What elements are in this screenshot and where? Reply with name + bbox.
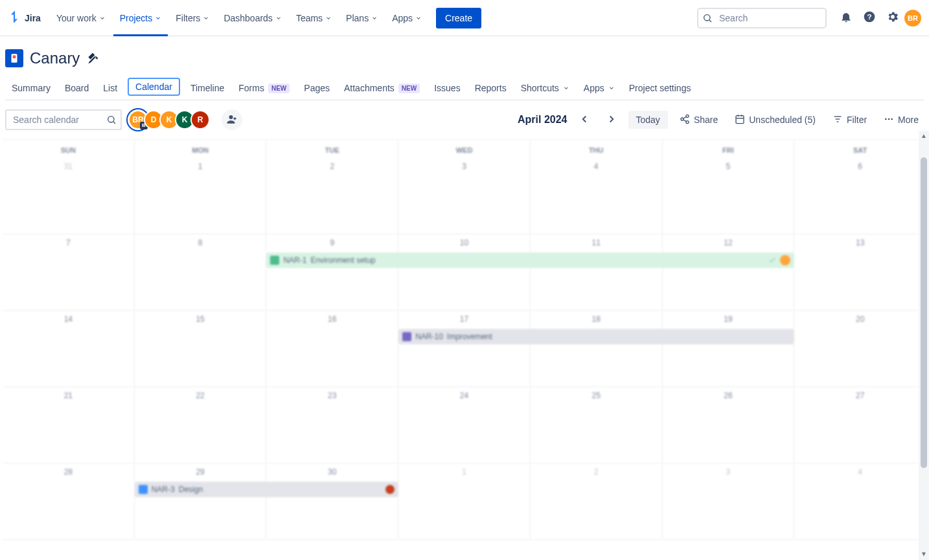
calendar-search-input[interactable] bbox=[5, 109, 122, 130]
event-title: Improvement bbox=[447, 332, 492, 341]
calendar-cell[interactable]: 23 bbox=[266, 387, 398, 464]
calendar-cell[interactable]: 18 bbox=[531, 311, 663, 387]
prev-month-button[interactable] bbox=[574, 109, 595, 130]
add-member-button[interactable] bbox=[222, 109, 242, 130]
calendar-cell[interactable]: 10 bbox=[398, 234, 531, 311]
tab-summary[interactable]: Summary bbox=[5, 78, 57, 98]
tab-shortcuts[interactable]: Shortcuts bbox=[514, 78, 576, 98]
settings-button[interactable] bbox=[882, 8, 903, 28]
tab-issues[interactable]: Issues bbox=[428, 78, 466, 98]
tab-pages[interactable]: Pages bbox=[297, 78, 336, 98]
chevron-down-icon bbox=[563, 83, 569, 93]
calendar-cell[interactable]: 7 bbox=[3, 234, 135, 311]
nav-dashboards[interactable]: Dashboards bbox=[217, 8, 288, 28]
nav-projects[interactable]: Projects bbox=[113, 8, 168, 28]
calendar-cell[interactable]: 12 bbox=[663, 234, 795, 311]
day-number: 9 bbox=[266, 234, 398, 247]
create-button[interactable]: Create bbox=[436, 8, 481, 28]
scrollbar[interactable]: ▲ ▼ bbox=[919, 131, 929, 560]
calendar-cell[interactable]: 22 bbox=[135, 387, 267, 464]
day-number: 3 bbox=[398, 158, 530, 171]
tab-reports[interactable]: Reports bbox=[468, 78, 513, 98]
calendar-cell[interactable]: 29 bbox=[135, 464, 267, 540]
calendar-cell[interactable]: 8 bbox=[135, 234, 267, 311]
member-avatar[interactable]: R bbox=[190, 110, 210, 129]
jira-logo[interactable]: Jira bbox=[8, 10, 41, 26]
nav-item-label: Projects bbox=[120, 13, 153, 23]
calendar-cell[interactable]: 19 bbox=[663, 311, 795, 387]
tab-project-settings[interactable]: Project settings bbox=[623, 78, 698, 98]
calendar-cell[interactable]: 25 bbox=[531, 387, 663, 464]
calendar-cell[interactable]: 14 bbox=[3, 311, 135, 387]
calendar-cell[interactable]: 11 bbox=[531, 234, 663, 311]
issue-type-icon bbox=[270, 256, 279, 265]
calendar-cell[interactable]: 9 bbox=[266, 234, 398, 311]
tab-calendar[interactable]: Calendar bbox=[128, 78, 180, 96]
next-month-button[interactable] bbox=[601, 109, 622, 130]
svg-rect-14 bbox=[736, 115, 744, 123]
nav-teams[interactable]: Teams bbox=[290, 8, 338, 28]
search-icon bbox=[106, 115, 117, 125]
calendar-month-title: April 2024 bbox=[518, 114, 567, 126]
theme-icon[interactable] bbox=[86, 52, 99, 65]
day-number: 26 bbox=[663, 387, 794, 400]
nav-your-work[interactable]: Your work bbox=[50, 8, 112, 28]
calendar-cell[interactable]: 30 bbox=[266, 464, 398, 540]
calendar-cell[interactable]: 3 bbox=[663, 464, 795, 540]
nav-plans[interactable]: Plans bbox=[339, 8, 384, 28]
calendar-cell[interactable]: 2 bbox=[266, 158, 398, 234]
chevron-down-icon bbox=[415, 13, 422, 23]
svg-point-21 bbox=[885, 118, 887, 120]
day-number: 31 bbox=[3, 158, 134, 171]
calendar-cell[interactable]: 13 bbox=[794, 234, 926, 311]
unscheduled-button[interactable]: Unscheduled (5) bbox=[729, 110, 821, 130]
event-key: NAR-1 bbox=[283, 256, 306, 265]
filter-button[interactable]: Filter bbox=[827, 110, 872, 130]
calendar-cell[interactable]: 4 bbox=[531, 158, 663, 234]
calendar-cell[interactable]: 20 bbox=[794, 311, 926, 387]
help-button[interactable]: ? bbox=[859, 8, 880, 28]
scroll-down-icon[interactable]: ▼ bbox=[921, 550, 927, 557]
tab-attachments[interactable]: AttachmentsNEW bbox=[338, 78, 426, 98]
more-button[interactable]: More bbox=[878, 110, 924, 130]
event-key: NAR-3 bbox=[152, 485, 175, 494]
calendar-cell[interactable]: 1 bbox=[398, 464, 531, 540]
svg-text:?: ? bbox=[867, 12, 871, 21]
scroll-thumb[interactable] bbox=[921, 157, 927, 468]
tab-forms[interactable]: FormsNEW bbox=[232, 78, 296, 98]
nav-filters[interactable]: Filters bbox=[169, 8, 216, 28]
calendar-cell[interactable]: 17 bbox=[398, 311, 531, 387]
calendar-cell[interactable]: 1 bbox=[135, 158, 267, 234]
scroll-up-icon[interactable]: ▲ bbox=[921, 132, 927, 139]
tab-timeline[interactable]: Timeline bbox=[184, 78, 231, 98]
calendar-event[interactable]: NAR-1Environment setup bbox=[266, 252, 794, 268]
calendar-event[interactable]: NAR-10Improvement bbox=[398, 329, 794, 344]
calendar-cell[interactable]: 6 bbox=[794, 158, 926, 234]
share-button[interactable]: Share bbox=[674, 110, 723, 130]
calendar-cell[interactable]: 3 bbox=[398, 158, 531, 234]
calendar-week-row: 14151617181920NAR-10Improvement bbox=[3, 311, 926, 387]
tab-apps[interactable]: Apps bbox=[577, 78, 621, 98]
calendar-cell[interactable]: 5 bbox=[663, 158, 795, 234]
calendar-cell[interactable]: 15 bbox=[135, 311, 267, 387]
nav-apps[interactable]: Apps bbox=[385, 8, 428, 28]
chevron-left-icon bbox=[579, 113, 590, 127]
calendar-cell[interactable]: 21 bbox=[3, 387, 135, 464]
user-avatar[interactable]: BR bbox=[904, 10, 921, 27]
calendar-icon bbox=[735, 114, 745, 126]
calendar-cell[interactable]: 4 bbox=[794, 464, 926, 540]
calendar-cell[interactable]: 2 bbox=[531, 464, 663, 540]
calendar-event[interactable]: NAR-3Design bbox=[135, 482, 398, 497]
day-number: 18 bbox=[531, 311, 662, 324]
global-search-input[interactable] bbox=[697, 8, 827, 28]
calendar-cell[interactable]: 26 bbox=[663, 387, 795, 464]
tab-list[interactable]: List bbox=[97, 78, 124, 98]
calendar-cell[interactable]: 31 bbox=[3, 158, 135, 234]
calendar-cell[interactable]: 16 bbox=[266, 311, 398, 387]
calendar-cell[interactable]: 27 bbox=[794, 387, 926, 464]
today-button[interactable]: Today bbox=[628, 111, 668, 129]
calendar-cell[interactable]: 28 bbox=[3, 464, 135, 540]
notifications-button[interactable] bbox=[836, 8, 856, 28]
tab-board[interactable]: Board bbox=[58, 78, 95, 98]
calendar-cell[interactable]: 24 bbox=[398, 387, 531, 464]
